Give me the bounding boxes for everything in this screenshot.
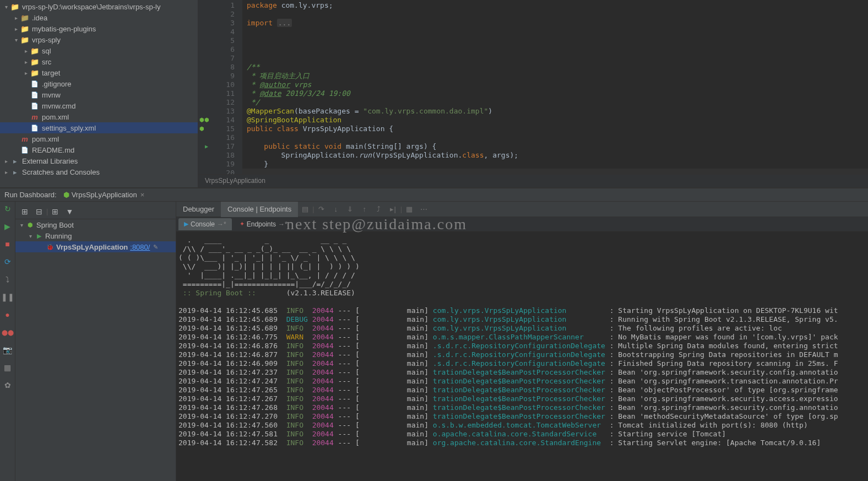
file-icon: 📄 <box>30 80 40 88</box>
watermark-text: next step@zuidaima.com <box>286 215 467 233</box>
tree-item-label: mybatis-gen-plugins <box>32 25 96 33</box>
run-dashboard-header: Run Dashboard: ⬢ VrpsSpLyApplication × <box>0 188 868 202</box>
tree-item-label: settings_sply.xml <box>42 124 96 132</box>
tree-arrow-icon[interactable] <box>22 70 30 76</box>
tree-item-label: sql <box>42 47 51 55</box>
evaluate-icon[interactable]: ▦ <box>403 203 415 215</box>
console-tabs: Debugger Console | Endpoints ▤ | ↷ ↓ ⇓ ↑… <box>176 202 868 217</box>
run-configurations-tree[interactable]: ⊞ ⊟ | ⊞ ▼ ⬢ Spring Boot ▶ Running 🐞 Vrps… <box>15 202 176 481</box>
close-tab-icon[interactable]: × <box>140 191 145 199</box>
settings-button[interactable]: ✿ <box>2 380 13 391</box>
tree-arrow-icon[interactable] <box>2 169 10 175</box>
run-main-gutter-icon[interactable]: ▶ <box>205 142 208 151</box>
file-icon: 📄 <box>30 91 40 99</box>
step-into-icon[interactable]: ↓ <box>330 203 342 215</box>
tree-item-pom-xml[interactable]: mpom.xml <box>0 133 198 144</box>
expand-all-button[interactable]: ⊞ <box>19 206 31 218</box>
tree-item-external-libraries[interactable]: ▸External Libraries <box>0 155 198 166</box>
folder-icon: 📁 <box>30 69 40 77</box>
maven-icon: m <box>30 113 40 121</box>
tree-item-vrps-sp-ly[interactable]: 📁vrps-sp-lyD:\workspace\Jetbrains\vrps-s… <box>0 1 198 12</box>
console-icon: ▶ <box>184 220 188 228</box>
pause-button[interactable]: ❚❚ <box>2 291 13 302</box>
run-tree-state[interactable]: ▶ Running <box>15 230 176 241</box>
tree-item--idea[interactable]: 📁.idea <box>0 12 198 23</box>
spring-leaf-icon: ⬢ <box>63 191 69 199</box>
project-tree[interactable]: 📁vrps-sp-lyD:\workspace\Jetbrains\vrps-s… <box>0 0 198 179</box>
folder-icon: 📁 <box>10 3 20 11</box>
run-dashboard-panel: Run Dashboard: ⬢ VrpsSpLyApplication × ↻… <box>0 187 868 481</box>
folder-icon: 📁 <box>30 47 40 55</box>
editor-code[interactable]: package com.ly.vrps;import .../** * 项目启动… <box>242 0 868 174</box>
folder-icon: 📁 <box>20 36 30 44</box>
debugger-tab[interactable]: Debugger <box>176 202 221 217</box>
restart-button[interactable]: ⟳ <box>2 256 13 267</box>
file-icon: 📄 <box>20 147 30 154</box>
run-tree-root[interactable]: ⬢ Spring Boot <box>15 219 176 230</box>
layout-button[interactable]: ▦ <box>2 362 13 373</box>
tree-item-mvnw-cmd[interactable]: 📄mvnw.cmd <box>0 100 198 111</box>
drop-frame-icon[interactable]: ⤴ <box>373 203 385 215</box>
tree-item-mvnw[interactable]: 📄mvnw <box>0 89 198 100</box>
console-endpoints-tab[interactable]: Console | Endpoints <box>221 202 298 217</box>
filter-button[interactable]: ▼ <box>63 206 75 218</box>
spring-gutter-icon[interactable]: ⬢⬢ <box>199 116 209 125</box>
tree-item-label: README.md <box>32 146 74 154</box>
tree-arrow-icon[interactable] <box>12 15 20 21</box>
edit-config-icon[interactable]: ✎ <box>153 244 158 251</box>
tree-item-target[interactable]: 📁target <box>0 67 198 78</box>
app-port-link[interactable]: :8080/ <box>130 243 150 251</box>
library-icon: ▸ <box>10 168 20 176</box>
mute-breakpoints-button[interactable]: ● <box>2 309 13 320</box>
step-over-icon[interactable]: ↷ <box>316 203 328 215</box>
tree-arrow-icon[interactable] <box>12 37 20 43</box>
tree-item-pom-xml[interactable]: mpom.xml <box>0 111 198 122</box>
maven-icon: m <box>20 135 30 143</box>
project-name: vrps-sp-ly <box>22 3 53 11</box>
console-sub-tab[interactable]: ▶ Console →* <box>178 218 232 230</box>
collapse-all-button[interactable]: ⊟ <box>33 206 45 218</box>
tree-arrow-icon[interactable] <box>22 48 30 54</box>
editor-panel: 12345678910111213⬢⬢14⬢1516▶171819202122 … <box>198 0 868 187</box>
tree-item-label: mvnw.cmd <box>42 102 75 110</box>
tree-arrow-icon[interactable] <box>22 59 30 65</box>
tree-arrow-icon[interactable] <box>2 4 10 10</box>
pin-icon: →* <box>217 220 226 228</box>
spring-boot-icon: ⬢ <box>25 221 35 229</box>
endpoints-sub-tab[interactable]: ✦ Endpoints →* <box>234 218 293 230</box>
camera-button[interactable]: 📷 <box>2 344 13 355</box>
step-over-button[interactable]: ⤵ <box>2 274 13 285</box>
force-step-icon[interactable]: ⇓ <box>344 203 356 215</box>
run-dashboard-title: Run Dashboard: <box>4 191 57 199</box>
step-out-icon[interactable]: ↑ <box>359 203 371 215</box>
tree-item-scratches-and-consoles[interactable]: ▸Scratches and Consoles <box>0 166 198 177</box>
editor-gutter[interactable]: 12345678910111213⬢⬢14⬢1516▶171819202122 <box>198 0 242 174</box>
tree-item-label: External Libraries <box>22 157 78 165</box>
tree-item-mybatis-gen-plugins[interactable]: 📁mybatis-gen-plugins <box>0 23 198 34</box>
console-sub-tabs: ▶ Console →* ✦ Endpoints →* next step@zu… <box>176 217 868 231</box>
stop-button[interactable]: ■ <box>2 239 13 250</box>
run-tree-app[interactable]: 🐞 VrpsSpLyApplication :8080/ ✎ <box>15 241 176 252</box>
rerun-button[interactable]: ↻ <box>2 203 13 214</box>
group-button[interactable]: ⊞ <box>49 206 61 218</box>
tree-item-vrps-sply[interactable]: 📁vrps-sply <box>0 34 198 45</box>
view-breakpoints-button[interactable]: ⬤⬤ <box>2 327 13 338</box>
tree-arrow-icon[interactable] <box>12 26 20 32</box>
run-button[interactable]: ▶ <box>2 221 13 232</box>
tree-item-label: vrps-sply <box>32 36 61 44</box>
tree-arrow-icon[interactable] <box>2 158 10 164</box>
more-icon[interactable]: ⋯ <box>417 203 430 215</box>
endpoints-icon: ✦ <box>240 220 245 228</box>
run-config-name[interactable]: VrpsSpLyApplication <box>72 191 137 199</box>
tree-item-src[interactable]: 📁src <box>0 56 198 67</box>
tree-item-label: pom.xml <box>32 135 59 143</box>
editor-breadcrumb[interactable]: VrpsSpLyApplication <box>198 174 868 187</box>
run-to-cursor-icon[interactable]: ▸| <box>387 203 399 215</box>
tree-item--gitignore[interactable]: 📄.gitignore <box>0 78 198 89</box>
tree-item-sql[interactable]: 📁sql <box>0 45 198 56</box>
console-output[interactable]: . ____ _ __ _ _ /\\ / ___'_ __ _ _(_)_ _… <box>176 231 868 481</box>
tree-item-readme-md[interactable]: 📄README.md <box>0 144 198 155</box>
run-class-gutter-icon[interactable]: ⬢ <box>199 125 204 133</box>
tree-item-settings-sply-xml[interactable]: 📄settings_sply.xml <box>0 122 198 133</box>
layout-icon[interactable]: ▤ <box>299 203 311 215</box>
